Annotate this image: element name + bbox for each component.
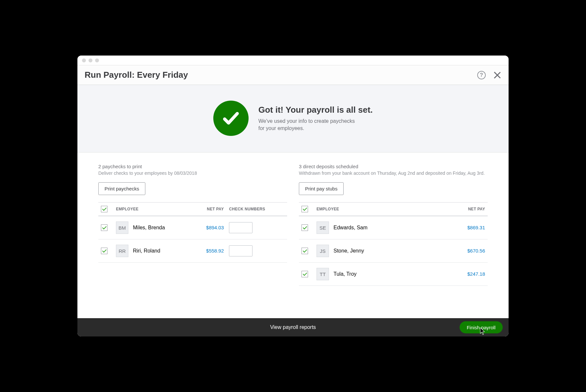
employee-cell: RR Riri, Roland (116, 245, 190, 257)
table-row: RR Riri, Roland $558.92 (98, 239, 287, 263)
modal-header: Run Payroll: Every Friday ? (77, 65, 509, 85)
table-row: JS Stone, Jenny $670.56 (299, 239, 488, 263)
avatar: SE (317, 221, 329, 234)
avatar: RR (116, 245, 128, 257)
deposits-count: 3 direct deposits scheduled (299, 164, 488, 169)
row-checkbox[interactable] (101, 248, 107, 254)
employee-cell: BM Miles, Brenda (116, 221, 190, 234)
app-window: Run Payroll: Every Friday ? Got it! Your… (77, 56, 509, 336)
header-actions: ? (477, 71, 501, 79)
window-titlebar (77, 56, 509, 65)
employee-name: Tula, Troy (334, 271, 357, 277)
close-icon[interactable] (493, 71, 501, 79)
table-row: TT Tula, Troy $247.18 (299, 263, 488, 286)
help-icon[interactable]: ? (477, 71, 486, 79)
paychecks-select-all-header (98, 203, 113, 216)
print-paystubs-button[interactable]: Print pay stubs (299, 182, 344, 195)
deposits-select-all-header (299, 203, 314, 216)
employee-cell: JS Stone, Jenny (317, 245, 435, 257)
employee-name: Stone, Jenny (334, 248, 364, 254)
net-pay: $894.03 (206, 225, 224, 230)
paychecks-rows: BM Miles, Brenda $894.03 RR Riri, Ro (98, 216, 287, 263)
row-checkbox[interactable] (101, 224, 107, 231)
avatar: TT (317, 268, 329, 280)
success-check-icon (213, 101, 249, 136)
window-dot-close[interactable] (82, 58, 86, 62)
net-pay: $558.92 (206, 248, 224, 253)
check-number-input[interactable] (229, 245, 252, 256)
net-pay: $869.31 (467, 225, 485, 230)
employee-name: Miles, Brenda (133, 225, 165, 231)
content-area: 2 paychecks to print Deliver checks to y… (77, 153, 509, 318)
banner-headline: Got it! Your payroll is all set. (258, 105, 373, 115)
employee-name: Riri, Roland (133, 248, 160, 254)
deposits-col-netpay: NET PAY (437, 203, 488, 216)
deposits-table: EMPLOYEE NET PAY SE Edwards, Sam $8 (299, 202, 488, 286)
deposits-select-all-checkbox[interactable] (301, 206, 308, 212)
paychecks-deliver: Deliver checks to your employees by 08/0… (98, 171, 287, 176)
footer-bar: View payroll reports Finish payroll (77, 318, 509, 336)
row-checkbox[interactable] (301, 224, 308, 231)
banner-text: Got it! Your payroll is all set. We've u… (258, 105, 373, 132)
confirmation-banner: Got it! Your payroll is all set. We've u… (77, 85, 509, 153)
paychecks-section: 2 paychecks to print Deliver checks to y… (98, 164, 287, 312)
window-dot-minimize[interactable] (89, 58, 92, 62)
deposits-section: 3 direct deposits scheduled Withdrawn fr… (299, 164, 488, 312)
deposits-rows: SE Edwards, Sam $869.31 JS Stone, Jenny (299, 216, 488, 286)
paychecks-col-employee: EMPLOYEE (113, 203, 193, 216)
view-payroll-reports-link[interactable]: View payroll reports (270, 324, 316, 330)
paychecks-table: EMPLOYEE NET PAY CHECK NUMBERS BM Miles,… (98, 202, 287, 263)
employee-cell: TT Tula, Troy (317, 268, 435, 280)
deposits-deliver: Withdrawn from your bank account on Thur… (299, 171, 488, 176)
page-title: Run Payroll: Every Friday (85, 70, 188, 80)
print-paychecks-button[interactable]: Print paychecks (98, 182, 145, 195)
employee-name: Edwards, Sam (334, 225, 367, 231)
paychecks-select-all-checkbox[interactable] (101, 206, 107, 212)
deposits-col-employee: EMPLOYEE (314, 203, 437, 216)
net-pay: $247.18 (467, 271, 485, 277)
banner-subtext: We've used your info to create paychecks… (258, 118, 360, 132)
finish-payroll-button[interactable]: Finish payroll (460, 321, 503, 334)
row-checkbox[interactable] (301, 271, 308, 277)
avatar: JS (317, 245, 329, 257)
net-pay: $670.56 (467, 248, 485, 253)
paychecks-col-netpay: NET PAY (193, 203, 226, 216)
window-dot-zoom[interactable] (95, 58, 99, 62)
avatar: BM (116, 221, 128, 234)
paychecks-count: 2 paychecks to print (98, 164, 287, 169)
check-number-input[interactable] (229, 222, 252, 233)
table-row: SE Edwards, Sam $869.31 (299, 216, 488, 239)
paychecks-col-checknum: CHECK NUMBERS (226, 203, 287, 216)
row-checkbox[interactable] (301, 248, 308, 254)
employee-cell: SE Edwards, Sam (317, 221, 435, 234)
table-row: BM Miles, Brenda $894.03 (98, 216, 287, 239)
